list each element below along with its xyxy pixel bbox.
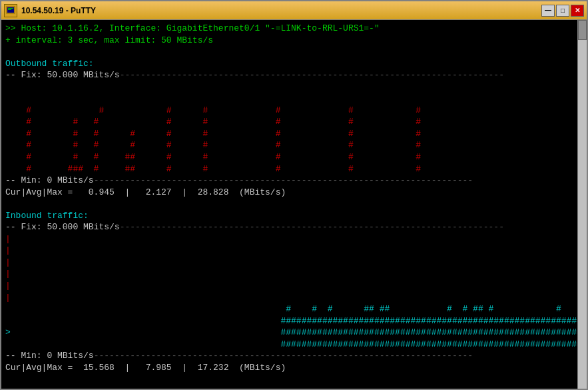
svg-rect-2 [8,8,13,9]
inbound-graph-row-1: | [5,233,583,245]
outbound-graph-row-5: # # # # # # # # # [5,128,583,140]
minimize-button[interactable]: — [541,5,555,17]
titlebar: 10.54.50.19 - PuTTY — □ ✕ [1,1,587,20]
blank-line-1 [5,46,583,58]
outbound-min-line: -- Min: 0 MBits/s-----------------------… [5,175,583,187]
inbound-graph-row-9: > ######################################… [5,327,583,339]
inbound-graph-row-5: | [5,280,583,292]
scrollbar[interactable] [577,20,587,389]
inbound-fix-line: -- Fix: 50.000 MBits/s------------------… [5,221,583,233]
inbound-stats: Cur|Avg|Max = 15.568 | 7.985 | 17.232 (M… [5,362,583,374]
outbound-fix-line: -- Fix: 50.000 MBits/s------------------… [5,69,583,81]
window-title: 10.54.50.19 - PuTTY [21,6,96,15]
app-icon [4,4,17,17]
inbound-graph-row-8: ########################################… [5,315,583,327]
outbound-graph-row-2 [5,93,583,105]
blank-line-2 [5,198,583,210]
outbound-stats: Cur|Avg|Max = 0.945 | 2.127 | 28.828 (MB… [5,187,583,199]
inbound-graph-row-2: | [5,245,583,257]
outbound-graph-row-6: # # # # # # # # # [5,139,583,151]
maximize-button[interactable]: □ [556,5,569,17]
interval-line: + interval: 3 sec, max limit: 50 MBits/s [5,35,583,47]
titlebar-left: 10.54.50.19 - PuTTY [4,4,96,17]
inbound-graph-row-6: | [5,292,583,304]
outbound-graph-row-7: # # # ## # # # # # [5,151,583,163]
close-button[interactable]: ✕ [571,5,584,17]
scrollbar-thumb[interactable] [578,20,587,40]
inbound-graph-row-4: | [5,268,583,280]
terminal-area[interactable]: >> Host: 10.1.16.2, Interface: GigabitEt… [1,20,587,389]
inbound-graph-row-3: | [5,257,583,269]
window-controls: — □ ✕ [541,5,584,17]
outbound-header: Outbound traffic: [5,58,583,70]
svg-rect-3 [8,9,11,10]
putty-window: 10.54.50.19 - PuTTY — □ ✕ >> Host: 10.1.… [0,0,588,390]
inbound-graph-row-10: ########################################… [5,339,583,351]
outbound-graph-row-8: # ### # ## # # # # # [5,163,583,175]
inbound-graph-row-7: # # # ## ## # # ## # # [5,303,583,315]
inbound-header: Inbound traffic: [5,210,583,222]
host-line: >> Host: 10.1.16.2, Interface: GigabitEt… [5,23,583,35]
outbound-graph-row-1 [5,81,583,93]
inbound-min-line: -- Min: 0 MBits/s-----------------------… [5,350,583,362]
outbound-graph-row-4: # # # # # # # # [5,116,583,128]
outbound-graph-row-3: # # # # # # # [5,105,583,117]
